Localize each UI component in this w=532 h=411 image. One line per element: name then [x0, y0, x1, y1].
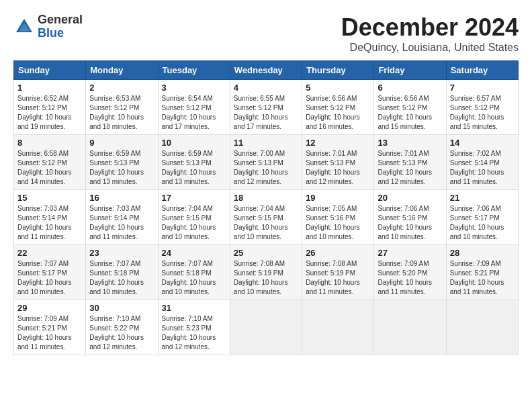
day-number: 29	[17, 303, 82, 313]
calendar-day-cell: 25 Sunrise: 7:08 AM Sunset: 5:19 PM Dayl…	[230, 245, 302, 300]
day-info: Sunrise: 6:56 AM Sunset: 5:12 PM Dayligh…	[378, 94, 442, 132]
calendar-week-row: 29 Sunrise: 7:09 AM Sunset: 5:21 PM Dayl…	[14, 300, 519, 355]
day-number: 1	[17, 83, 82, 93]
day-info: Sunrise: 7:04 AM Sunset: 5:15 PM Dayligh…	[162, 204, 226, 242]
day-info: Sunrise: 7:07 AM Sunset: 5:18 PM Dayligh…	[89, 259, 154, 297]
day-number: 17	[162, 193, 226, 203]
day-info: Sunrise: 6:53 AM Sunset: 5:12 PM Dayligh…	[89, 94, 154, 132]
calendar-day-header: Tuesday	[158, 61, 230, 80]
day-info: Sunrise: 6:56 AM Sunset: 5:12 PM Dayligh…	[306, 94, 370, 132]
day-number: 10	[162, 138, 226, 148]
calendar-day-cell	[302, 300, 374, 355]
calendar-day-cell: 3 Sunrise: 6:54 AM Sunset: 5:12 PM Dayli…	[158, 80, 230, 135]
day-number: 19	[306, 193, 370, 203]
calendar-day-cell: 14 Sunrise: 7:02 AM Sunset: 5:14 PM Dayl…	[446, 135, 518, 190]
calendar-week-row: 8 Sunrise: 6:58 AM Sunset: 5:12 PM Dayli…	[14, 135, 519, 190]
day-info: Sunrise: 6:58 AM Sunset: 5:12 PM Dayligh…	[17, 149, 82, 187]
calendar-day-cell: 12 Sunrise: 7:01 AM Sunset: 5:13 PM Dayl…	[302, 135, 374, 190]
calendar-day-cell: 28 Sunrise: 7:09 AM Sunset: 5:21 PM Dayl…	[446, 245, 518, 300]
calendar-day-header: Thursday	[302, 61, 374, 80]
calendar-day-cell: 24 Sunrise: 7:07 AM Sunset: 5:18 PM Dayl…	[158, 245, 230, 300]
day-number: 8	[17, 138, 82, 148]
calendar-day-cell: 31 Sunrise: 7:10 AM Sunset: 5:23 PM Dayl…	[158, 300, 230, 355]
day-info: Sunrise: 6:52 AM Sunset: 5:12 PM Dayligh…	[17, 94, 82, 132]
day-number: 6	[378, 83, 442, 93]
calendar-day-cell: 20 Sunrise: 7:06 AM Sunset: 5:16 PM Dayl…	[374, 190, 446, 245]
calendar-day-cell: 21 Sunrise: 7:06 AM Sunset: 5:17 PM Dayl…	[446, 190, 518, 245]
page-wrapper: General Blue December 2024 DeQuincy, Lou…	[13, 13, 519, 355]
day-number: 25	[234, 248, 298, 258]
day-info: Sunrise: 7:00 AM Sunset: 5:13 PM Dayligh…	[234, 149, 298, 187]
day-info: Sunrise: 7:02 AM Sunset: 5:14 PM Dayligh…	[450, 149, 515, 187]
day-number: 9	[89, 138, 154, 148]
logo-blue: Blue	[38, 27, 83, 40]
calendar-day-cell: 26 Sunrise: 7:08 AM Sunset: 5:19 PM Dayl…	[302, 245, 374, 300]
day-number: 28	[450, 248, 515, 258]
day-number: 2	[89, 83, 154, 93]
calendar-day-cell: 23 Sunrise: 7:07 AM Sunset: 5:18 PM Dayl…	[86, 245, 158, 300]
calendar-day-cell: 8 Sunrise: 6:58 AM Sunset: 5:12 PM Dayli…	[14, 135, 86, 190]
calendar-day-header: Friday	[374, 61, 446, 80]
calendar-week-row: 1 Sunrise: 6:52 AM Sunset: 5:12 PM Dayli…	[14, 80, 519, 135]
calendar-day-cell: 11 Sunrise: 7:00 AM Sunset: 5:13 PM Dayl…	[230, 135, 302, 190]
calendar-day-header: Saturday	[446, 61, 518, 80]
month-title: December 2024	[341, 13, 519, 42]
calendar-table: SundayMondayTuesdayWednesdayThursdayFrid…	[13, 60, 519, 355]
logo: General Blue	[13, 13, 83, 40]
calendar-day-cell: 15 Sunrise: 7:03 AM Sunset: 5:14 PM Dayl…	[14, 190, 86, 245]
calendar-day-cell	[374, 300, 446, 355]
day-info: Sunrise: 7:03 AM Sunset: 5:14 PM Dayligh…	[17, 204, 82, 242]
day-info: Sunrise: 7:09 AM Sunset: 5:21 PM Dayligh…	[450, 259, 515, 297]
day-number: 13	[378, 138, 442, 148]
day-number: 11	[234, 138, 298, 148]
calendar-day-cell: 6 Sunrise: 6:56 AM Sunset: 5:12 PM Dayli…	[374, 80, 446, 135]
day-number: 5	[306, 83, 370, 93]
calendar-day-cell: 19 Sunrise: 7:05 AM Sunset: 5:16 PM Dayl…	[302, 190, 374, 245]
day-number: 4	[234, 83, 298, 93]
calendar-header-row: SundayMondayTuesdayWednesdayThursdayFrid…	[14, 61, 519, 80]
day-info: Sunrise: 6:54 AM Sunset: 5:12 PM Dayligh…	[162, 94, 226, 132]
day-info: Sunrise: 7:06 AM Sunset: 5:16 PM Dayligh…	[378, 204, 442, 242]
calendar-day-cell: 22 Sunrise: 7:07 AM Sunset: 5:17 PM Dayl…	[14, 245, 86, 300]
day-info: Sunrise: 7:05 AM Sunset: 5:16 PM Dayligh…	[306, 204, 370, 242]
day-info: Sunrise: 7:01 AM Sunset: 5:13 PM Dayligh…	[306, 149, 370, 187]
day-info: Sunrise: 6:57 AM Sunset: 5:12 PM Dayligh…	[450, 94, 515, 132]
calendar-day-cell: 13 Sunrise: 7:01 AM Sunset: 5:13 PM Dayl…	[374, 135, 446, 190]
day-number: 26	[306, 248, 370, 258]
logo-icon	[13, 16, 35, 38]
calendar-day-header: Wednesday	[230, 61, 302, 80]
day-info: Sunrise: 7:06 AM Sunset: 5:17 PM Dayligh…	[450, 204, 515, 242]
calendar-day-cell: 29 Sunrise: 7:09 AM Sunset: 5:21 PM Dayl…	[14, 300, 86, 355]
day-number: 15	[17, 193, 82, 203]
calendar-day-cell: 17 Sunrise: 7:04 AM Sunset: 5:15 PM Dayl…	[158, 190, 230, 245]
day-info: Sunrise: 7:09 AM Sunset: 5:21 PM Dayligh…	[17, 314, 82, 352]
day-info: Sunrise: 6:59 AM Sunset: 5:13 PM Dayligh…	[89, 149, 154, 187]
day-info: Sunrise: 6:55 AM Sunset: 5:12 PM Dayligh…	[234, 94, 298, 132]
day-info: Sunrise: 7:08 AM Sunset: 5:19 PM Dayligh…	[306, 259, 370, 297]
calendar-day-cell: 27 Sunrise: 7:09 AM Sunset: 5:20 PM Dayl…	[374, 245, 446, 300]
day-number: 31	[162, 303, 226, 313]
calendar-day-cell: 1 Sunrise: 6:52 AM Sunset: 5:12 PM Dayli…	[14, 80, 86, 135]
day-number: 22	[17, 248, 82, 258]
day-number: 7	[450, 83, 515, 93]
day-info: Sunrise: 6:59 AM Sunset: 5:13 PM Dayligh…	[162, 149, 226, 187]
calendar-week-row: 15 Sunrise: 7:03 AM Sunset: 5:14 PM Dayl…	[14, 190, 519, 245]
day-number: 23	[89, 248, 154, 258]
calendar-day-cell: 18 Sunrise: 7:04 AM Sunset: 5:15 PM Dayl…	[230, 190, 302, 245]
calendar-day-header: Monday	[86, 61, 158, 80]
calendar-day-cell: 2 Sunrise: 6:53 AM Sunset: 5:12 PM Dayli…	[86, 80, 158, 135]
day-number: 14	[450, 138, 515, 148]
calendar-day-cell: 4 Sunrise: 6:55 AM Sunset: 5:12 PM Dayli…	[230, 80, 302, 135]
day-number: 30	[89, 303, 154, 313]
logo-general: General	[38, 13, 83, 27]
calendar-day-cell: 7 Sunrise: 6:57 AM Sunset: 5:12 PM Dayli…	[446, 80, 518, 135]
day-info: Sunrise: 7:08 AM Sunset: 5:19 PM Dayligh…	[234, 259, 298, 297]
day-info: Sunrise: 7:10 AM Sunset: 5:22 PM Dayligh…	[89, 314, 154, 352]
calendar-day-cell: 30 Sunrise: 7:10 AM Sunset: 5:22 PM Dayl…	[86, 300, 158, 355]
day-number: 12	[306, 138, 370, 148]
location-subtitle: DeQuincy, Louisiana, United States	[341, 42, 519, 54]
day-info: Sunrise: 7:03 AM Sunset: 5:14 PM Dayligh…	[89, 204, 154, 242]
day-info: Sunrise: 7:07 AM Sunset: 5:18 PM Dayligh…	[162, 259, 226, 297]
header: General Blue December 2024 DeQuincy, Lou…	[13, 13, 519, 54]
day-info: Sunrise: 7:09 AM Sunset: 5:20 PM Dayligh…	[378, 259, 442, 297]
